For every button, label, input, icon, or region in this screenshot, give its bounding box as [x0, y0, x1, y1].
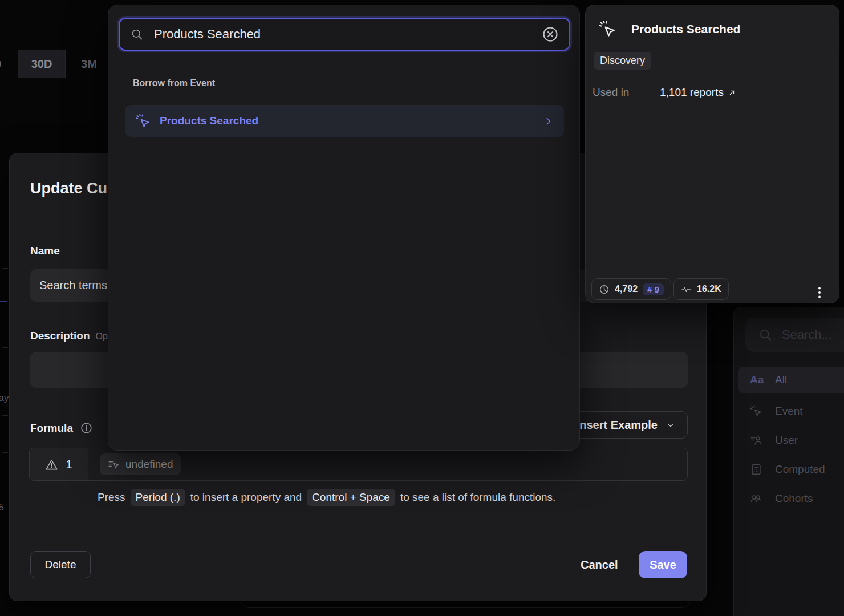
- description-label: Description: [30, 330, 90, 342]
- more-options-button[interactable]: [813, 284, 826, 301]
- sidebar-item-cohorts[interactable]: Cohorts: [738, 485, 844, 512]
- time-range-30d-button[interactable]: 30D: [18, 50, 66, 78]
- sidebar-search-input[interactable]: Search...: [745, 318, 844, 352]
- kebab-menu-icon: [813, 284, 826, 301]
- search-icon: [130, 27, 144, 41]
- error-count: 1: [66, 458, 72, 471]
- event-icon: [598, 20, 616, 38]
- used-in-reports-link[interactable]: 1,101 reports: [660, 86, 736, 99]
- search-icon: [758, 327, 773, 342]
- formula-property-chip[interactable]: undefined: [100, 453, 181, 475]
- sidebar-item-event[interactable]: Event: [738, 398, 844, 424]
- sidebar-item-label: Cohorts: [775, 492, 813, 505]
- sidebar-item-label: User: [775, 434, 798, 447]
- event-count-pill[interactable]: 4,792 # 9: [591, 278, 671, 300]
- activity-icon: [681, 284, 692, 295]
- chevron-right-icon: [543, 116, 554, 127]
- chart-tick: [2, 415, 8, 416]
- event-icon: [135, 114, 151, 129]
- formula-input[interactable]: 1 undefined: [29, 448, 688, 481]
- count-value: 4,792: [615, 284, 638, 294]
- sidebar-search-placeholder: Search...: [782, 327, 832, 342]
- volume-value: 16.2K: [697, 284, 721, 294]
- event-details-popover: Products Searched Discovery Used in 1,10…: [585, 5, 839, 303]
- user-icon: [750, 434, 762, 447]
- save-button[interactable]: Save: [639, 551, 687, 578]
- formula-label: Formula: [30, 422, 73, 435]
- event-volume-pill[interactable]: 16.2K: [673, 278, 729, 300]
- arrow-up-right-icon: [728, 88, 736, 97]
- formula-hint: Press Period (.) to insert a property an…: [98, 489, 555, 506]
- sidebar-item-label: Computed: [775, 463, 825, 476]
- hint-text: to see a list of formula functions.: [400, 491, 555, 504]
- used-in-value: 1,101 reports: [660, 86, 724, 99]
- insert-example-button[interactable]: Insert Example: [565, 411, 688, 439]
- kbd-period: Period (.): [131, 489, 185, 506]
- sidebar-item-user[interactable]: User: [738, 427, 844, 453]
- time-range-7d-button[interactable]: 7D: [0, 50, 18, 78]
- app-screen: 7D 30D 3M day 55 Search... Aa All Event …: [0, 0, 844, 616]
- formula-info-button[interactable]: [80, 422, 93, 435]
- chevron-down-icon: [666, 420, 676, 430]
- clear-search-button[interactable]: [542, 26, 559, 43]
- property-list-cursor-icon: [108, 459, 120, 471]
- cancel-button[interactable]: Cancel: [571, 551, 627, 578]
- calculator-icon: [750, 463, 762, 476]
- hint-text: to insert a property and: [190, 491, 302, 504]
- chart-axis-label-fragment: day: [0, 392, 9, 404]
- insert-example-label: Insert Example: [577, 419, 658, 432]
- result-label: Products Searched: [160, 115, 534, 127]
- borrow-from-event-section-label: Borrow from Event: [133, 78, 215, 88]
- search-result-products-searched[interactable]: Products Searched: [125, 105, 564, 137]
- delete-button[interactable]: Delete: [30, 551, 91, 578]
- search-input[interactable]: [153, 26, 533, 42]
- cohorts-icon: [750, 492, 762, 505]
- time-range-segmented-control: 7D 30D 3M: [0, 50, 113, 78]
- property-search-modal: Borrow from Event Products Searched: [108, 5, 580, 451]
- property-type-sidebar: Search... Aa All Event User Computed Coh…: [733, 307, 844, 616]
- text-format-icon: Aa: [750, 374, 762, 386]
- formula-error-counter: 1: [30, 448, 88, 480]
- info-icon: [80, 422, 93, 435]
- sidebar-item-computed[interactable]: Computed: [738, 456, 844, 483]
- formula-chip-label: undefined: [125, 458, 173, 471]
- name-label: Name: [30, 245, 60, 257]
- sidebar-item-all[interactable]: Aa All: [738, 367, 844, 393]
- chart-axis-number-fragment: 55: [0, 502, 4, 513]
- time-range-3m-button[interactable]: 3M: [66, 50, 113, 78]
- rank-badge: # 9: [643, 283, 664, 295]
- category-badge: Discovery: [594, 52, 651, 70]
- kbd-control-space: Control + Space: [307, 489, 395, 506]
- warning-icon: [45, 458, 58, 471]
- chart-tick: [2, 268, 8, 269]
- sidebar-item-label: Event: [775, 405, 803, 418]
- chart-tick: [2, 347, 8, 348]
- pie-chart-icon: [599, 284, 610, 295]
- event-icon: [750, 405, 762, 418]
- chart-tick: [2, 452, 8, 453]
- used-in-label: Used in: [593, 86, 660, 99]
- search-box[interactable]: [119, 18, 570, 51]
- sidebar-item-label: All: [775, 374, 787, 386]
- hint-text: Press: [98, 491, 125, 504]
- chart-line-fragment: [0, 301, 7, 302]
- popover-title: Products Searched: [631, 22, 740, 36]
- circle-x-icon: [542, 26, 559, 43]
